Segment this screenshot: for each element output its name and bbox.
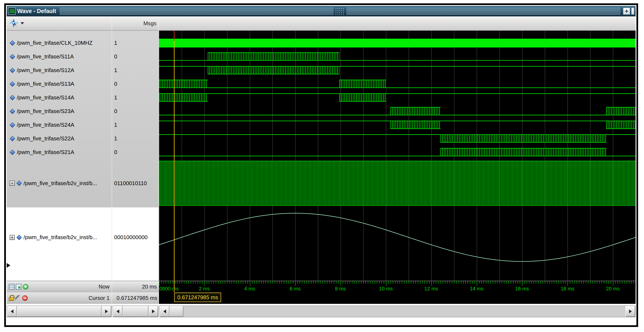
signal-value: 1 xyxy=(112,63,158,77)
timeline-label: 12 ms xyxy=(424,286,438,292)
scrollbar-thumb[interactable] xyxy=(122,306,148,317)
lock-cursor-icon[interactable] xyxy=(9,297,14,301)
signal-value: 0 xyxy=(112,145,158,159)
signal-icon xyxy=(10,81,15,87)
signal-row[interactable]: /pwm_five_trifase/CLK_10MHZ xyxy=(7,36,112,50)
signal-icon xyxy=(10,54,15,59)
scroll-right-button[interactable] xyxy=(626,306,635,317)
signal-row[interactable]: +/pwm_five_trifase/b2v_inst/b... xyxy=(7,159,112,207)
signal-name: /pwm_five_trifase/S24A xyxy=(17,122,74,128)
waveform-row[interactable] xyxy=(159,77,636,91)
scroll-left-button[interactable] xyxy=(113,306,122,317)
navigator-icon[interactable] xyxy=(9,19,19,28)
timeline-label: 2 ms xyxy=(199,286,210,292)
now-row: Now xyxy=(7,281,112,292)
waveform-panel[interactable] xyxy=(158,31,636,281)
signal-row[interactable]: /pwm_five_trifase/S14A xyxy=(7,91,112,104)
signal-value: 0 xyxy=(112,77,158,91)
waveform-row[interactable] xyxy=(159,63,636,77)
signal-row[interactable]: /pwm_five_trifase/S23A xyxy=(7,104,112,118)
titlebar-texture xyxy=(346,8,620,14)
signal-row[interactable]: /pwm_five_trifase/S22A xyxy=(7,132,112,145)
titlebar[interactable]: Wave - Default xyxy=(7,6,636,16)
signal-icon xyxy=(10,136,15,141)
signal-icon xyxy=(10,40,15,46)
signal-name: /pwm_five_trifase/S21A xyxy=(17,149,74,155)
wave-window: Wave - Default Msgs xyxy=(4,3,638,327)
waveform-row[interactable] xyxy=(159,207,636,267)
waveform-row[interactable] xyxy=(159,159,636,207)
waveform-scrollbar[interactable] xyxy=(159,306,636,317)
signal-icon xyxy=(10,150,15,155)
scrollbar-thumb[interactable] xyxy=(17,306,102,317)
timeline-label: 14 ms xyxy=(470,286,484,292)
waveform-row[interactable] xyxy=(159,36,636,50)
cursor-track[interactable]: 0.671247985 ms xyxy=(158,292,636,304)
signal-row[interactable]: /pwm_five_trifase/S12A xyxy=(7,63,112,77)
now-label: Now xyxy=(30,284,110,290)
cursor-label: Cursor 1 xyxy=(29,295,110,301)
scrollbar-track[interactable] xyxy=(122,306,148,317)
signal-row[interactable]: /pwm_five_trifase/S24A xyxy=(7,118,112,132)
remove-cursor-icon[interactable] xyxy=(22,295,28,301)
signal-value: 1 xyxy=(112,91,158,104)
timeline-label: 0000 ms xyxy=(159,286,179,292)
expand-icon[interactable]: + xyxy=(10,181,15,186)
scroll-left-button[interactable] xyxy=(7,306,17,317)
timeline-label: 4 ms xyxy=(244,286,255,292)
waveform-row[interactable] xyxy=(159,118,636,132)
window-mode-icon[interactable] xyxy=(16,284,22,290)
signal-name: /pwm_five_trifase/b2v_inst/b... xyxy=(24,180,97,187)
scrollbar-track[interactable] xyxy=(170,306,626,317)
grid-mode-icon[interactable] xyxy=(9,284,14,290)
arrow-right-icon xyxy=(152,310,155,313)
signal-icon xyxy=(16,235,22,240)
signal-value: 1 xyxy=(112,132,158,145)
wave-window-icon xyxy=(8,7,16,15)
signal-row[interactable]: +/pwm_five_trifase/b2v_inst/b... xyxy=(7,207,112,267)
add-marker-icon[interactable] xyxy=(23,284,28,290)
cursor-row: Cursor 1 xyxy=(7,292,112,304)
signal-name: /pwm_five_trifase/S13A xyxy=(17,81,74,87)
names-scrollbar[interactable] xyxy=(7,306,112,317)
timeline-ruler[interactable]: 0000 ms2 ms4 ms6 ms8 ms10 ms12 ms14 ms16… xyxy=(158,281,636,292)
waveform-row[interactable] xyxy=(159,145,636,159)
edit-cursor-icon[interactable] xyxy=(15,295,21,301)
signal-name: /pwm_five_trifase/S14A xyxy=(17,94,74,101)
signal-name: /pwm_five_trifase/S23A xyxy=(17,108,74,114)
scrollbar-track[interactable] xyxy=(17,306,102,317)
scroll-right-button[interactable] xyxy=(148,306,158,317)
expand-icon[interactable]: + xyxy=(10,235,15,240)
waveform-row[interactable] xyxy=(159,104,636,118)
timeline-label: 6 ms xyxy=(290,286,301,292)
signal-values-panel: 1 0 1 0 1 0 1 1 0 01100010110 0001000000… xyxy=(112,31,158,281)
signal-icon xyxy=(10,95,15,100)
cursor-value: 0.671247985 ms xyxy=(112,292,158,304)
scrollbar-thumb[interactable] xyxy=(170,306,183,317)
dropdown-caret-icon[interactable] xyxy=(20,22,24,26)
dock-button[interactable] xyxy=(623,7,630,15)
window-title: Wave - Default xyxy=(17,8,56,14)
waveform-row[interactable] xyxy=(159,91,636,104)
cursor-time-box[interactable]: 0.671247985 ms xyxy=(174,293,221,302)
waveform-row[interactable] xyxy=(159,132,636,145)
close-button[interactable] xyxy=(631,7,634,15)
values-scrollbar[interactable] xyxy=(112,306,158,317)
pane-marker-icon[interactable] xyxy=(7,263,10,268)
signal-value: 1 xyxy=(112,36,158,50)
scroll-left-button[interactable] xyxy=(160,306,170,317)
signal-icon xyxy=(10,68,15,73)
signal-names-panel: /pwm_five_trifase/CLK_10MHZ /pwm_five_tr… xyxy=(7,31,112,281)
signal-value: 0 xyxy=(112,104,158,118)
timeline-label: 8 ms xyxy=(335,286,346,292)
signal-row[interactable]: /pwm_five_trifase/S21A xyxy=(7,145,112,159)
now-value: 20 ms xyxy=(112,281,158,292)
signal-name: /pwm_five_trifase/b2v_inst/b... xyxy=(24,234,97,241)
msgs-label: Msgs xyxy=(144,20,156,27)
signal-row[interactable]: /pwm_five_trifase/S13A xyxy=(7,77,112,91)
scroll-right-button[interactable] xyxy=(102,306,111,317)
waveform-row[interactable] xyxy=(159,50,636,63)
signal-value: 01100010110 xyxy=(112,159,158,207)
signal-row[interactable]: /pwm_five_trifase/S11A xyxy=(7,50,112,63)
titlebar-grip-icon[interactable] xyxy=(335,7,345,15)
